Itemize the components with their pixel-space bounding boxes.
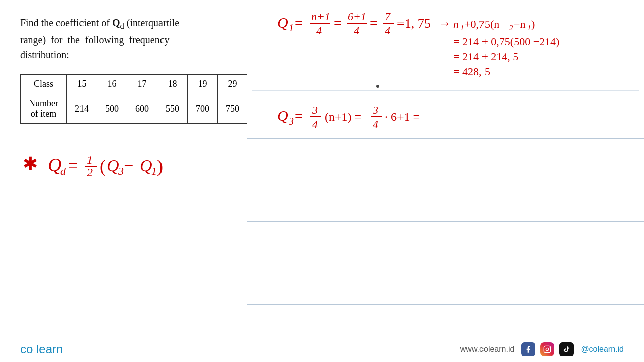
svg-text:7: 7 [385,10,391,23]
col-16: 16 [97,75,127,94]
svg-text:): ) [157,156,163,176]
brand-co: co learn [20,342,63,356]
svg-text:3: 3 [372,104,378,116]
svg-point-55 [549,347,549,348]
svg-text:=: = [334,15,342,31]
formula-section: ✱ Q d = 1 2 ( Q 3 − Q 1 ) [20,144,282,179]
val-550: 550 [157,94,187,124]
col-29: 29 [217,75,248,94]
svg-text:6+1: 6+1 [348,10,366,23]
svg-text:(n+1) =: (n+1) = [325,110,361,123]
col-17: 17 [127,75,157,94]
right-panel: Q 1 = n+1 4 = 6+1 4 = 7 4 =1, 75 → n 1 +… [247,0,644,362]
right-math-svg: Q 1 = n+1 4 = 6+1 4 = 7 4 =1, 75 → n 1 +… [252,0,644,342]
tiktok-icon [559,342,574,356]
svg-text:−n: −n [514,18,525,30]
class-header: Class [21,75,67,94]
qd-formula-svg: ✱ Q d = 1 2 ( Q 3 − Q 1 ) [20,144,211,179]
svg-text:Q: Q [48,154,61,175]
svg-text:→: → [438,16,451,31]
svg-text:(: ( [100,156,106,176]
col-18: 18 [157,75,187,94]
svg-text:1: 1 [151,165,157,177]
frequency-table: Class 15 16 17 18 19 29 Numberof item 21… [20,74,248,124]
svg-text:· 6+1  =: · 6+1 = [385,110,420,123]
svg-text:=: = [295,15,303,31]
facebook-icon [521,342,535,356]
svg-text:=: = [68,156,78,175]
svg-text:+0,75(n: +0,75(n [464,18,499,30]
svg-text:=: = [295,108,303,124]
svg-point-40 [376,85,379,88]
svg-text:n+1: n+1 [311,10,330,23]
svg-text:2: 2 [509,24,513,32]
svg-text:= 428, 5: = 428, 5 [453,65,490,78]
val-700: 700 [187,94,217,124]
svg-text:1: 1 [289,22,294,33]
svg-text:✱: ✱ [23,154,38,174]
svg-text:Q: Q [277,107,288,124]
svg-text:4: 4 [312,118,318,130]
top-separator-line [247,83,644,83]
instagram-icon [540,342,554,356]
svg-text:= 214 + 0,75(500 −214): = 214 + 0,75(500 −214) [453,35,559,48]
svg-text:1: 1 [460,24,464,32]
svg-text:=: = [370,15,378,31]
svg-text:4: 4 [385,24,390,37]
social-handle: @colearn.id [581,345,624,354]
svg-text:=1, 75: =1, 75 [397,16,431,31]
svg-text:Q: Q [107,156,119,175]
footer-right: www.colearn.id @colearn.id [460,342,624,356]
website-url: www.colearn.id [460,345,515,354]
col-19: 19 [187,75,217,94]
number-of-item-label: Numberof item [21,94,67,124]
q-bold: Q [112,17,120,28]
svg-text:= 214 + 214, 5: = 214 + 214, 5 [453,50,518,63]
svg-point-54 [546,348,549,350]
val-500: 500 [97,94,127,124]
q-sub: d [120,21,124,31]
svg-text:2: 2 [87,166,93,179]
svg-text:4: 4 [354,24,359,37]
svg-text:): ) [531,18,535,30]
footer: co learn www.colearn.id @colearn.id [0,337,644,362]
val-214: 214 [66,94,97,124]
social-icons [521,342,574,356]
brand-logo: co learn [20,342,63,356]
svg-text:1: 1 [87,153,93,166]
svg-text:Q: Q [140,156,152,175]
svg-text:n: n [453,18,459,30]
val-750: 750 [217,94,248,124]
svg-text:3: 3 [118,165,124,177]
svg-text:4: 4 [373,118,378,130]
svg-text:d: d [60,165,66,177]
svg-text:4: 4 [316,24,322,37]
svg-rect-53 [544,346,551,352]
problem-text: Find the coefficient of Qd (interquartil… [20,15,282,62]
svg-text:Q: Q [277,14,288,31]
svg-text:−: − [124,156,133,175]
svg-text:3: 3 [312,104,318,116]
svg-text:1: 1 [527,24,531,32]
val-600: 600 [127,94,157,124]
svg-text:3: 3 [288,116,294,127]
col-15: 15 [66,75,97,94]
